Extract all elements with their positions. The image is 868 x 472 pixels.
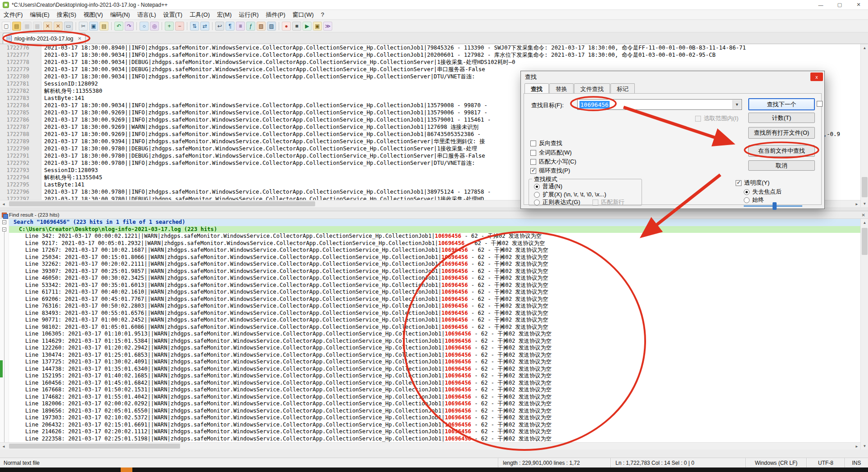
search-result-row[interactable]: Line 46050: 2021-03-17 00:30:02.3425||WA… bbox=[9, 275, 860, 282]
search-result-row[interactable]: Line 130474: 2021-03-17 01:25:01.6853||W… bbox=[9, 352, 860, 359]
search-result-row[interactable]: Line 160456: 2021-03-17 01:45:01.6842||W… bbox=[9, 380, 860, 387]
macro-play-icon[interactable]: ▶ bbox=[303, 22, 312, 31]
search-result-row[interactable]: Line 53342: 2021-03-17 00:35:01.6013||WA… bbox=[9, 282, 860, 289]
macro-record-icon[interactable]: ● bbox=[282, 22, 291, 31]
search-result-row[interactable]: Line 167668: 2021-03-17 01:50:02.1531||W… bbox=[9, 386, 860, 394]
scroll-left-arrow[interactable]: ◄ bbox=[0, 443, 7, 450]
in-selection-checkbox[interactable]: 选取范围内(I) bbox=[695, 114, 738, 123]
menu-item-2[interactable]: 搜索(S) bbox=[53, 10, 80, 20]
minimize-button[interactable]: — bbox=[811, 0, 830, 9]
run-macro-multiple-icon[interactable]: ≫ bbox=[323, 22, 332, 31]
maximize-button[interactable]: ▢ bbox=[830, 0, 849, 9]
sync-horizontal-icon[interactable]: ⇄ bbox=[200, 22, 209, 31]
close-button[interactable]: ✕ bbox=[849, 0, 868, 9]
search-result-row[interactable]: Line 206432: 2021-03-17 02:15:01.6691||W… bbox=[9, 422, 860, 429]
file-summary-row[interactable]: C:\Users\Creator\Desktop\nlog-info-2021-… bbox=[9, 226, 860, 233]
search-result-row[interactable]: Line 144738: 2021-03-17 01:35:01.6340||W… bbox=[9, 366, 860, 373]
count-button[interactable]: 计数(T) bbox=[748, 113, 815, 123]
scroll-right-arrow[interactable]: ► bbox=[853, 200, 860, 208]
show-all-characters-icon[interactable]: ¶ bbox=[226, 22, 235, 31]
print-icon[interactable]: ▭ bbox=[64, 22, 73, 31]
scrollbar-thumb[interactable] bbox=[862, 228, 868, 255]
scroll-down-arrow[interactable]: ▼ bbox=[861, 200, 868, 207]
find-dialog-tab-1[interactable]: 替换 bbox=[549, 83, 574, 94]
menu-item-4[interactable]: 编码(N) bbox=[107, 10, 134, 20]
menu-item-6[interactable]: 设置(T) bbox=[160, 10, 186, 20]
search-result-row[interactable]: Line 214626: 2021-03-17 02:20:02.1112||W… bbox=[9, 428, 860, 436]
results-panel-header[interactable]: Find result - (223 hits) ✕ bbox=[0, 211, 868, 219]
menu-item-12[interactable]: ? bbox=[317, 10, 328, 19]
menu-item-10[interactable]: 插件(P) bbox=[262, 10, 289, 20]
find-dialog-tab-0[interactable]: 查找 bbox=[524, 83, 549, 94]
search-result-row[interactable]: Line 114629: 2021-03-17 01:15:01.5384||W… bbox=[9, 338, 860, 345]
save-icon[interactable]: ▦ bbox=[23, 22, 32, 31]
find-next-button[interactable]: 查找下一个 bbox=[748, 98, 815, 110]
mode-regex-radio[interactable]: 正则表达式(G) bbox=[534, 198, 580, 206]
scroll-left-arrow[interactable]: ◄ bbox=[0, 200, 7, 208]
scroll-up-arrow[interactable]: ▲ bbox=[861, 44, 868, 51]
function-list-icon[interactable]: ƒ bbox=[246, 22, 255, 31]
status-eol-format[interactable]: Windows (CR LF) bbox=[746, 458, 806, 467]
whole-word-checkbox[interactable]: 全词匹配(W) bbox=[530, 149, 572, 157]
search-result-row[interactable]: Line 222358: 2021-03-17 02:25:01.5198||W… bbox=[9, 436, 860, 443]
search-result-row[interactable]: Line 90771: 2021-03-17 01:00:02.2452||WA… bbox=[9, 317, 860, 324]
search-result-row[interactable]: Line 76316: 2021-03-17 00:50:02.2803||WA… bbox=[9, 303, 860, 310]
cancel-button[interactable]: 取消 bbox=[748, 160, 815, 171]
save-all-icon[interactable]: ▩ bbox=[33, 22, 42, 31]
match-case-checkbox[interactable]: 匹配大小写(C) bbox=[530, 158, 576, 166]
search-result-row[interactable]: Line 9217: 2021-03-17 00:05:01.2932||WAR… bbox=[9, 240, 860, 247]
editor-vertical-scrollbar[interactable]: ▲ ▼ bbox=[860, 44, 868, 207]
match-newline-checkbox[interactable]: 匹配新行 bbox=[592, 198, 624, 206]
menu-item-7[interactable]: 工具(O) bbox=[186, 10, 213, 20]
editor-line[interactable]: 2021-03-17 18:30:00.8940||INFO|zhdgps.sa… bbox=[41, 44, 868, 51]
search-result-row[interactable]: Line 106305: 2021-03-17 01:10:01.9513||W… bbox=[9, 331, 860, 338]
document-tab[interactable]: nlog-info-2021-03-17.log ✕ bbox=[3, 33, 86, 44]
word-wrap-icon[interactable]: ↩ bbox=[215, 22, 224, 31]
two-button-mode-checkbox[interactable] bbox=[817, 101, 823, 107]
new-file-icon[interactable]: ▢ bbox=[2, 22, 11, 31]
search-result-row[interactable]: Line 189656: 2021-03-17 02:05:01.6550||W… bbox=[9, 408, 860, 415]
editor-line[interactable]: 2021-03-17 18:30:00.9034||DEBUG|zhdgps.s… bbox=[41, 59, 868, 66]
find-what-combobox[interactable]: 10696456 ▼ bbox=[577, 99, 742, 110]
document-map-icon[interactable]: ▧ bbox=[257, 22, 266, 31]
search-result-row[interactable]: Line 17267: 2021-03-17 00:10:02.1687||WA… bbox=[9, 247, 860, 254]
sync-vertical-icon[interactable]: ⇅ bbox=[190, 22, 199, 31]
search-result-row[interactable]: Line 32262: 2021-03-17 00:20:02.2111||WA… bbox=[9, 261, 860, 268]
search-result-row[interactable]: Line 39307: 2021-03-17 00:25:01.9857||WA… bbox=[9, 268, 860, 275]
scroll-down-arrow[interactable]: ▼ bbox=[861, 442, 868, 449]
search-result-row[interactable]: Line 342: 2021-03-17 00:00:02.1221||WARN… bbox=[9, 233, 860, 240]
replace-icon[interactable]: ◎ bbox=[150, 22, 159, 31]
document-switcher-icon[interactable]: ▨ bbox=[267, 22, 276, 31]
transparency-on-focus-loss-radio[interactable]: 失去焦点后 bbox=[744, 188, 782, 196]
scrollbar-thumb[interactable] bbox=[862, 177, 868, 197]
menu-item-3[interactable]: 视图(V) bbox=[80, 10, 106, 20]
transparency-checkbox[interactable]: 透明度(Y) bbox=[736, 179, 769, 187]
close-file-icon[interactable]: ✕ bbox=[43, 22, 52, 31]
search-result-row[interactable]: Line 197303: 2021-03-17 02:10:02.5372||W… bbox=[9, 414, 860, 422]
find-dialog-tab-3[interactable]: 标记 bbox=[610, 83, 635, 94]
find-all-open-files-button[interactable]: 查找所有打开文件(O) bbox=[748, 127, 815, 139]
backward-direction-checkbox[interactable]: 反向查找 bbox=[530, 139, 562, 147]
combo-dropdown-icon[interactable]: ▼ bbox=[732, 100, 741, 109]
cut-icon[interactable]: ✂ bbox=[79, 22, 88, 31]
wrap-around-checkbox[interactable]: 循环查找(P) bbox=[530, 167, 570, 175]
mode-extended-radio[interactable]: 扩展(X) (\n, \r, \t, \0, \x...) bbox=[534, 191, 606, 199]
search-result-row[interactable]: Line 69206: 2021-03-17 00:45:01.7767||WA… bbox=[9, 296, 860, 303]
fold-collapse-icon[interactable]: − bbox=[2, 220, 6, 224]
scroll-right-arrow[interactable]: ► bbox=[853, 443, 860, 450]
menu-item-9[interactable]: 运行(R) bbox=[235, 10, 262, 20]
menu-item-1[interactable]: 编辑(E) bbox=[27, 10, 53, 20]
search-result-row[interactable]: Line 83493: 2021-03-17 00:55:01.6576||WA… bbox=[9, 310, 860, 317]
menu-item-5[interactable]: 语言(L) bbox=[134, 10, 160, 20]
search-result-row[interactable]: Line 122260: 2021-03-17 01:20:02.2942||W… bbox=[9, 345, 860, 352]
zoom-in-icon[interactable]: + bbox=[165, 22, 174, 31]
results-close-icon[interactable]: ✕ bbox=[862, 213, 865, 218]
transparency-always-radio[interactable]: 始终 bbox=[744, 196, 764, 204]
editor-line[interactable]: 2021-03-17 18:30:00.9034||INFO|zhdgps.sa… bbox=[41, 51, 868, 59]
redo-icon[interactable]: ↷ bbox=[125, 22, 134, 31]
mode-normal-radio[interactable]: 普通(N) bbox=[534, 182, 562, 191]
find-icon[interactable]: ○ bbox=[140, 22, 149, 31]
menu-item-8[interactable]: 宏(M) bbox=[213, 10, 235, 20]
close-all-files-icon[interactable]: ✕ bbox=[54, 22, 63, 31]
status-insert-mode[interactable]: INS bbox=[845, 458, 868, 467]
